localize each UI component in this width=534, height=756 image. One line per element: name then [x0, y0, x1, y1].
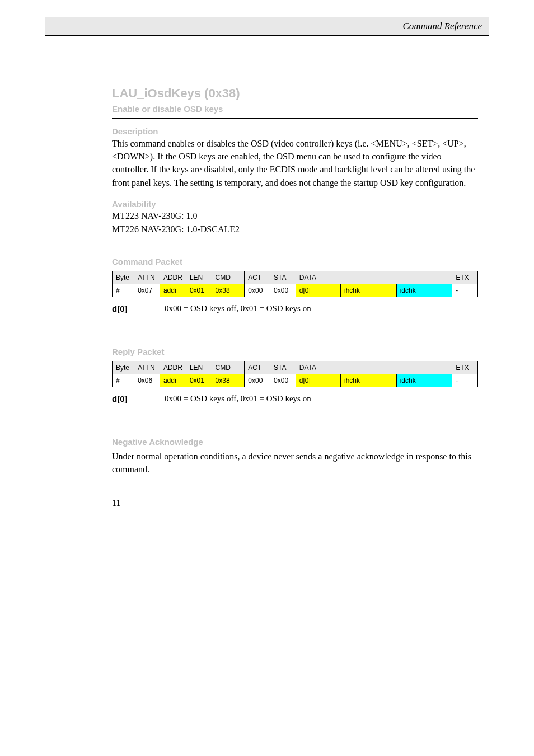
content: LAU_iOsdKeys (0x38) Enable or disable OS…: [45, 86, 489, 508]
section-title: LAU_iOsdKeys (0x38): [112, 86, 478, 101]
command-packet-section: Command Packet Byte ATTN ADDR LEN CMD AC…: [112, 257, 478, 313]
field-row: d[0] 0x00 = OSD keys off, 0x01 = OSD key…: [112, 394, 478, 403]
th-len: LEN: [186, 361, 212, 374]
td-addr: addr: [160, 374, 186, 387]
reply-packet-table: Byte ATTN ADDR LEN CMD ACT STA DATA ETX …: [112, 361, 478, 387]
td-ihchk: ihchk: [340, 284, 396, 297]
th-len: LEN: [186, 271, 212, 284]
field-val: 0x00 = OSD keys off, 0x01 = OSD keys on: [165, 304, 311, 313]
table-header-row: Byte ATTN ADDR LEN CMD ACT STA DATA ETX: [113, 361, 478, 374]
section-subtitle: Enable or disable OSD keys: [112, 104, 478, 114]
th-addr: ADDR: [160, 361, 186, 374]
td-addr: addr: [160, 284, 186, 297]
availability-label: Availability: [112, 199, 478, 209]
field-row: d[0] 0x00 = OSD keys off, 0x01 = OSD key…: [112, 304, 478, 313]
th-attn: ATTN: [134, 361, 160, 374]
th-addr: ADDR: [160, 271, 186, 284]
th-act: ACT: [245, 361, 270, 374]
td-byte: #: [113, 284, 134, 297]
th-cmd: CMD: [212, 271, 245, 284]
th-sta: STA: [270, 271, 296, 284]
td-act: 0x00: [245, 374, 270, 387]
command-packet-label: Command Packet: [112, 257, 478, 266]
td-act: 0x00: [245, 284, 270, 297]
th-act: ACT: [245, 271, 270, 284]
th-sta: STA: [270, 361, 296, 374]
th-byte: Byte: [113, 271, 134, 284]
header-bar: Command Reference: [45, 17, 489, 36]
th-byte: Byte: [113, 361, 134, 374]
th-attn: ATTN: [134, 271, 160, 284]
td-etx: -: [452, 374, 478, 387]
header-title: Command Reference: [403, 21, 482, 31]
td-sta: 0x00: [270, 284, 296, 297]
td-data0: d[0]: [296, 374, 340, 387]
td-ihchk: ihchk: [340, 374, 396, 387]
td-cmd: 0x38: [212, 284, 245, 297]
nack-text: Under normal operation conditions, a dev…: [112, 450, 478, 476]
table-row: # 0x06 addr 0x01 0x38 0x00 0x00 d[0] ihc…: [113, 374, 478, 387]
td-attn: 0x07: [134, 284, 160, 297]
td-etx: -: [452, 284, 478, 297]
description-text: This command enables or disables the OSD…: [112, 137, 478, 189]
td-len: 0x01: [186, 374, 212, 387]
td-data0: d[0]: [296, 284, 340, 297]
td-cmd: 0x38: [212, 374, 245, 387]
command-packet-table: Byte ATTN ADDR LEN CMD ACT STA DATA ETX …: [112, 271, 478, 297]
table-row: # 0x07 addr 0x01 0x38 0x00 0x00 d[0] ihc…: [113, 284, 478, 297]
th-etx: ETX: [452, 271, 478, 284]
reply-packet-section: Reply Packet Byte ATTN ADDR LEN CMD ACT …: [112, 347, 478, 403]
td-attn: 0x06: [134, 374, 160, 387]
th-data: DATA: [296, 271, 452, 284]
reply-packet-label: Reply Packet: [112, 347, 478, 356]
nack-label: Negative Acknowledge: [112, 437, 478, 447]
th-cmd: CMD: [212, 361, 245, 374]
availability-line: MT226 NAV-230G: 1.0-DSCALE2: [112, 224, 478, 234]
command-field-list: d[0] 0x00 = OSD keys off, 0x01 = OSD key…: [112, 304, 478, 313]
th-etx: ETX: [452, 361, 478, 374]
td-len: 0x01: [186, 284, 212, 297]
field-key: d[0]: [112, 394, 151, 403]
th-data: DATA: [296, 361, 452, 374]
page-number: 11: [112, 498, 478, 508]
td-sta: 0x00: [270, 374, 296, 387]
availability-line: MT223 NAV-230G: 1.0: [112, 211, 478, 221]
field-key: d[0]: [112, 304, 151, 313]
table-header-row: Byte ATTN ADDR LEN CMD ACT STA DATA ETX: [113, 271, 478, 284]
field-val: 0x00 = OSD keys off, 0x01 = OSD keys on: [165, 394, 311, 403]
description-label: Description: [112, 126, 478, 136]
td-idchk: idchk: [396, 284, 452, 297]
section-rule: [112, 118, 478, 119]
td-idchk: idchk: [396, 374, 452, 387]
td-byte: #: [113, 374, 134, 387]
reply-field-list: d[0] 0x00 = OSD keys off, 0x01 = OSD key…: [112, 394, 478, 403]
